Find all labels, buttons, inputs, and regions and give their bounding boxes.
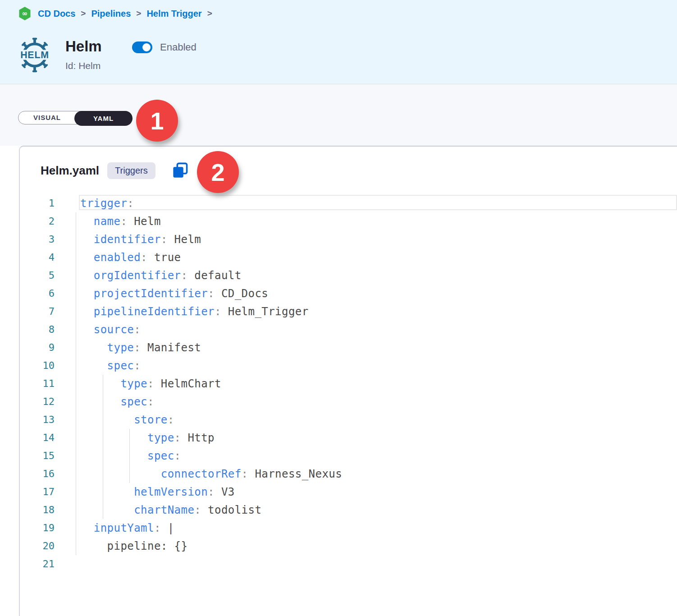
line-number: 6 [20,285,76,303]
line-content: type: Manifest [76,339,677,357]
svg-text:HELM: HELM [20,50,49,60]
editor-line[interactable]: 12spec: [20,393,677,411]
line-content: orgIdentifier: default [76,267,677,285]
line-number: 8 [20,321,76,339]
line-content: projectIdentifier: CD_Docs [76,285,677,303]
page: ∞ CD Docs>Pipelines>Helm Trigger> HELM [0,0,677,616]
line-content: store: [76,411,677,429]
editor-line[interactable]: 5orgIdentifier: default [20,267,677,285]
editor-line[interactable]: 16connectorRef: Harness_Nexus [20,465,677,483]
line-number: 7 [20,303,76,321]
editor-line[interactable]: 6projectIdentifier: CD_Docs [20,285,677,303]
cd-module-icon: ∞ [18,6,32,21]
enabled-label: Enabled [160,41,197,53]
breadcrumb-link[interactable]: Helm Trigger [146,9,201,19]
editor-line[interactable]: 21 [20,555,677,573]
line-content: spec: [76,447,677,465]
editor-line[interactable]: 11type: HelmChart [20,375,677,393]
page-header: ∞ CD Docs>Pipelines>Helm Trigger> HELM [0,0,677,84]
editor-line[interactable]: 14type: Http [20,429,677,447]
editor-line[interactable]: 7pipelineIdentifier: Helm_Trigger [20,303,677,321]
line-content: connectorRef: Harness_Nexus [76,465,677,483]
editor-line[interactable]: 9type: Manifest [20,339,677,357]
breadcrumb-separator: > [80,9,87,18]
line-content: enabled: true [76,248,677,267]
editor-line[interactable]: 19inputYaml: | [20,519,677,537]
editor-line[interactable]: 8source: [20,321,677,339]
yaml-panel-header: Helm.yaml Triggers 2 [20,147,677,194]
line-number: 19 [20,519,76,537]
line-number: 16 [20,465,76,483]
editor-line[interactable]: 18chartName: todolist [20,501,677,519]
line-number: 11 [20,375,76,393]
editor-line[interactable]: 20pipeline: {} [20,537,677,555]
line-number: 4 [20,248,76,267]
line-content: trigger: [76,194,677,212]
line-number: 2 [20,212,76,230]
yaml-panel: Helm.yaml Triggers 2 1trigger:2name: Hel… [19,146,677,616]
breadcrumb-separator: > [135,9,142,18]
line-content: chartName: todolist [76,501,677,519]
trigger-id: Id: Helm [65,60,101,71]
line-content: pipeline: {} [76,537,677,555]
line-content: spec: [76,357,677,375]
editor-line[interactable]: 3identifier: Helm [20,230,677,248]
tab-yaml[interactable]: YAML [74,111,133,126]
annotation-step-1: 1 [136,100,178,142]
line-number: 9 [20,339,76,357]
line-number: 13 [20,411,76,429]
file-name: Helm.yaml [41,164,99,178]
line-content [76,555,677,573]
line-content: type: Http [76,429,677,447]
line-content: pipelineIdentifier: Helm_Trigger [76,303,677,321]
line-number: 10 [20,357,76,375]
view-mode-switch: VISUAL YAML [18,111,132,124]
line-number: 18 [20,501,76,519]
line-number: 21 [20,555,76,573]
line-content: name: Helm [76,212,677,230]
line-content: type: HelmChart [76,375,677,393]
line-content: helmVersion: V3 [76,483,677,501]
line-content: identifier: Helm [76,230,677,248]
editor-line[interactable]: 4enabled: true [20,248,677,267]
helm-logo: HELM [16,35,53,75]
line-number: 14 [20,429,76,447]
triggers-badge: Triggers [107,162,156,179]
annotation-step-2: 2 [197,151,239,193]
line-number: 17 [20,483,76,501]
yaml-editor-rows[interactable]: 1trigger:2name: Helm3identifier: Helm4en… [20,194,677,573]
line-content: inputYaml: | [76,519,677,537]
tab-visual[interactable]: VISUAL [18,111,76,124]
line-number: 12 [20,393,76,411]
line-number: 3 [20,230,76,248]
toggle-knob [141,42,152,53]
toolbar-strip: VISUAL YAML 1 [0,85,677,146]
line-number: 1 [20,194,76,212]
page-title: Helm [65,38,102,55]
svg-text:∞: ∞ [22,9,28,18]
editor-line[interactable]: 10spec: [20,357,677,375]
editor-line[interactable]: 17helmVersion: V3 [20,483,677,501]
editor-line[interactable]: 13store: [20,411,677,429]
line-number: 20 [20,537,76,555]
breadcrumb-separator: > [206,9,213,18]
enabled-toggle[interactable] [132,41,152,53]
breadcrumb-link[interactable]: CD Docs [38,9,75,19]
editor-line[interactable]: 1trigger: [20,194,677,212]
breadcrumb-link[interactable]: Pipelines [91,9,131,19]
line-number: 5 [20,267,76,285]
copy-icon[interactable] [172,162,189,179]
line-content: source: [76,321,677,339]
breadcrumb: ∞ CD Docs>Pipelines>Helm Trigger> [18,6,213,21]
line-number: 15 [20,447,76,465]
editor-line[interactable]: 15spec: [20,447,677,465]
line-content: spec: [76,393,677,411]
editor-line[interactable]: 2name: Helm [20,212,677,230]
